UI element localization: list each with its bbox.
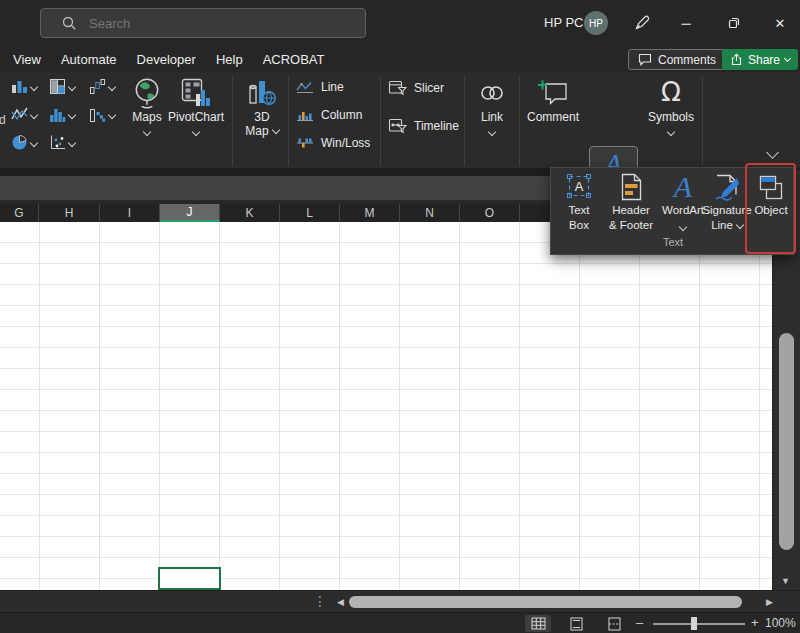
text-menu-group-label: Text (551, 236, 795, 248)
status-bar: – + 100% (0, 612, 800, 633)
scroll-down-arrow[interactable]: ▼ (781, 576, 790, 586)
group-divider (519, 76, 520, 166)
zoom-in-button[interactable]: + (751, 615, 759, 630)
maps-button[interactable]: Maps (128, 76, 166, 135)
collapse-ribbon-chevron-icon[interactable] (766, 146, 779, 159)
tab-developer[interactable]: Developer (137, 52, 196, 67)
scroll-right-arrow[interactable]: ▶ (766, 597, 773, 607)
pivotchart-button[interactable]: PivotChart (166, 76, 226, 135)
group-divider (702, 76, 703, 166)
sparkline-winloss-icon (296, 136, 314, 150)
sparkline-line-button[interactable]: Line (296, 80, 344, 94)
zoom-slider-track[interactable] (653, 623, 745, 625)
tab-automate[interactable]: Automate (61, 52, 117, 67)
group-divider (464, 76, 465, 166)
text-box-menu-item[interactable]: A Text Box (556, 171, 602, 237)
link-button[interactable]: Link (470, 76, 514, 135)
insert-waterfall-chart-button[interactable] (89, 78, 115, 95)
chevron-down-icon (679, 223, 687, 231)
column-header-h[interactable]: H (39, 204, 100, 222)
selected-cell[interactable] (158, 567, 221, 590)
timeline-label: Timeline (414, 119, 459, 133)
chevron-down-icon (30, 82, 38, 90)
insert-column-chart-button[interactable] (11, 78, 37, 95)
chevron-down-icon (192, 128, 200, 136)
comments-button-label: Comments (658, 53, 716, 67)
avatar[interactable]: HP (584, 11, 608, 35)
3d-map-button[interactable]: 3D Map (238, 76, 286, 138)
insert-pie-chart-button[interactable] (11, 134, 37, 151)
vertical-scrollbar-thumb[interactable] (779, 333, 794, 550)
sparkline-winloss-button[interactable]: Win/Loss (296, 136, 370, 150)
search-box[interactable] (40, 8, 366, 38)
histogram-chart-icon (49, 106, 66, 123)
column-header-n[interactable]: N (400, 204, 460, 222)
column-header-k[interactable]: K (220, 204, 280, 222)
normal-view-button[interactable] (525, 615, 551, 632)
group-divider (288, 76, 289, 166)
new-comment-icon (537, 76, 569, 110)
insert-line-chart-button[interactable] (11, 106, 37, 123)
column-header-g[interactable]: G (0, 204, 39, 222)
restore-button[interactable] (722, 10, 746, 36)
scroll-left-arrow[interactable]: ◀ (337, 597, 344, 607)
header-footer-menu-item[interactable]: Header & Footer (602, 171, 660, 237)
search-input[interactable] (89, 16, 329, 31)
symbols-button[interactable]: Ω Symbols (644, 76, 698, 135)
horizontal-scrollbar[interactable]: ⋮ ◀ ▶ (0, 590, 800, 612)
ink-pen-button[interactable] (630, 11, 654, 35)
insert-statistic-chart-button[interactable] (49, 106, 75, 123)
chevron-down-icon (143, 128, 151, 136)
sparkline-column-label: Column (321, 108, 362, 122)
signature-line-menu-item[interactable]: Signature Line (700, 171, 754, 237)
tab-view[interactable]: View (13, 52, 41, 67)
scatter-chart-icon (49, 134, 66, 151)
minimize-button[interactable]: ─ (674, 10, 698, 36)
insert-combo-chart-button[interactable] (89, 106, 115, 123)
account-name[interactable]: HP PC (544, 15, 584, 30)
header-footer-icon (620, 171, 643, 203)
close-button[interactable]: ✕ (768, 10, 792, 36)
slicer-button[interactable]: Slicer (388, 80, 444, 96)
maps-label: Maps (132, 110, 161, 124)
timeline-button[interactable]: Timeline (388, 118, 459, 134)
column-header-i[interactable]: I (100, 204, 160, 222)
zoom-level-label[interactable]: 100% (765, 616, 796, 630)
svg-text:A: A (575, 179, 584, 194)
chevron-down-icon (68, 82, 76, 90)
insert-hierarchy-chart-button[interactable] (49, 78, 75, 95)
column-header-o[interactable]: O (460, 204, 520, 222)
text-box-icon: A (564, 171, 594, 203)
zoom-out-button[interactable]: – (636, 615, 643, 630)
tab-acrobat[interactable]: ACROBAT (263, 52, 325, 67)
horizontal-scrollbar-thumb[interactable] (349, 596, 742, 608)
sparkline-column-icon (296, 108, 314, 122)
share-dropdown-chevron-icon (784, 55, 791, 62)
timeline-icon (388, 118, 407, 134)
chevron-down-icon (488, 128, 496, 136)
wordart-icon: A (674, 171, 692, 203)
chevron-down-icon (68, 110, 76, 118)
sparkline-column-button[interactable]: Column (296, 108, 362, 122)
tab-help[interactable]: Help (216, 52, 243, 67)
object-menu-item[interactable]: Object (750, 171, 792, 237)
page-layout-view-button[interactable] (563, 615, 589, 632)
column-header-l[interactable]: L (280, 204, 340, 222)
omega-icon: Ω (661, 76, 681, 110)
worksheet-grid[interactable] (0, 222, 772, 590)
header-footer-label-line2: & Footer (609, 218, 653, 233)
comment-button[interactable]: Comment (524, 76, 582, 124)
clipped-ribbon-text: d (0, 113, 6, 127)
ribbon: d (0, 72, 800, 170)
sheet-tab-dots-icon[interactable]: ⋮ (313, 593, 327, 609)
insert-scatter-chart-button[interactable] (49, 134, 75, 151)
column-header-m[interactable]: M (340, 204, 400, 222)
signature-line-label-line2: Line (711, 218, 733, 233)
comments-button[interactable]: Comments (628, 49, 726, 70)
column-header-j-selected[interactable]: J (160, 204, 220, 222)
page-break-preview-button[interactable] (601, 615, 627, 632)
share-button[interactable]: Share (722, 49, 798, 70)
zoom-slider-handle[interactable] (691, 617, 697, 630)
restore-icon (728, 17, 740, 29)
comment-bubble-icon (638, 53, 652, 66)
